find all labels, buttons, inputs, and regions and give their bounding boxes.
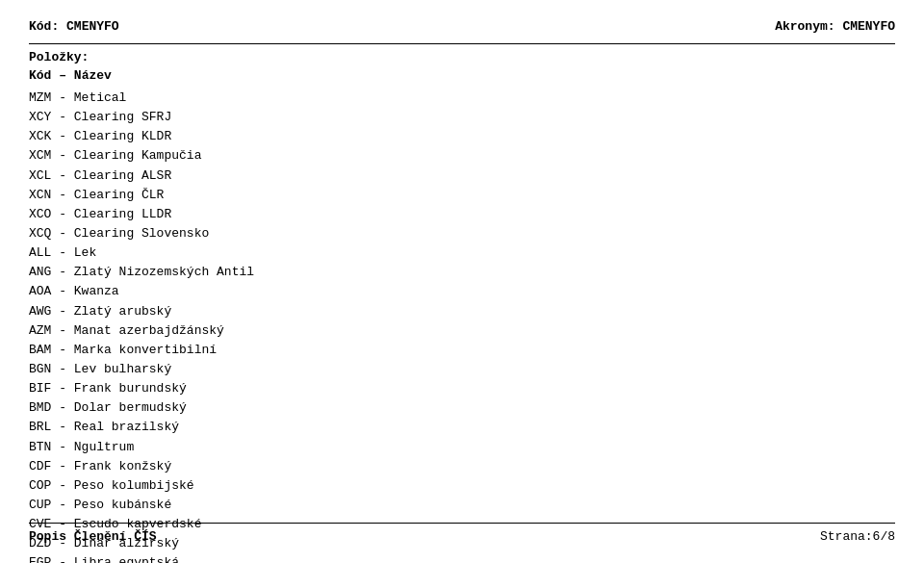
list-item: AZM - Manat azerbajdžánský <box>29 321 895 341</box>
list-item: COP - Peso kolumbijské <box>29 476 895 496</box>
kod-code: CMENYFO <box>66 19 119 34</box>
list-item: EGP - Libra egyptská <box>29 553 895 563</box>
footer-content: Popis Členění ČÍS Strana:6/8 <box>29 529 895 544</box>
list-item: BRL - Real brazilský <box>29 418 895 437</box>
list-item: CDF - Frank konžský <box>29 457 895 476</box>
list-item: AOA - Kwanza <box>29 282 895 301</box>
list-item: ANG - Zlatý Nizozemských Antil <box>29 263 895 282</box>
polozky-label: Položky: <box>29 50 89 64</box>
list-item: XCY - Clearing SFRJ <box>29 108 895 127</box>
footer-divider <box>29 523 895 524</box>
column-header: Kód – Název <box>29 68 895 83</box>
list-item: XCQ - Clearing Slovensko <box>29 224 895 243</box>
list-item: XCN - Clearing ČLR <box>29 186 895 205</box>
list-item: CUP - Peso kubánské <box>29 496 895 515</box>
list-item: XCL - Clearing ALSR <box>29 166 895 186</box>
header-divider <box>29 43 895 44</box>
list-item: XCK - Clearing KLDR <box>29 127 895 146</box>
items-list: MZM - MeticalXCY - Clearing SFRJXCK - Cl… <box>29 89 895 563</box>
list-item: ALL - Lek <box>29 243 895 263</box>
col-kod: Kód <box>29 68 51 83</box>
list-item: BIF - Frank burundský <box>29 379 895 398</box>
footer-left-label: Popis Členění ČÍS <box>29 529 157 544</box>
footer: Popis Členění ČÍS Strana:6/8 <box>29 523 895 544</box>
list-item: AWG - Zlatý arubský <box>29 302 895 321</box>
list-item: BMD - Dolar bermudský <box>29 398 895 418</box>
polozky-header: Položky: <box>29 50 895 64</box>
footer-right-label: Strana:6/8 <box>820 529 895 544</box>
header: Kód: CMENYFO Akronym: CMENYFO <box>29 19 895 34</box>
header-right: Akronym: CMENYFO <box>775 19 895 34</box>
list-item: XCO - Clearing LLDR <box>29 205 895 224</box>
list-item: BTN - Ngultrum <box>29 438 895 457</box>
list-item: BAM - Marka konvertibilní <box>29 341 895 360</box>
col-naziv: Název <box>74 68 112 83</box>
list-item: XCM - Clearing Kampučia <box>29 146 895 166</box>
header-left: Kód: CMENYFO <box>29 19 119 34</box>
akronym-label: Akronym: <box>775 19 834 34</box>
akronym-code: CMENYFO <box>842 19 895 34</box>
col-sep: – <box>59 68 74 83</box>
list-item: BGN - Lev bulharský <box>29 360 895 379</box>
list-item: MZM - Metical <box>29 89 895 108</box>
kod-label: Kód: <box>29 19 59 34</box>
